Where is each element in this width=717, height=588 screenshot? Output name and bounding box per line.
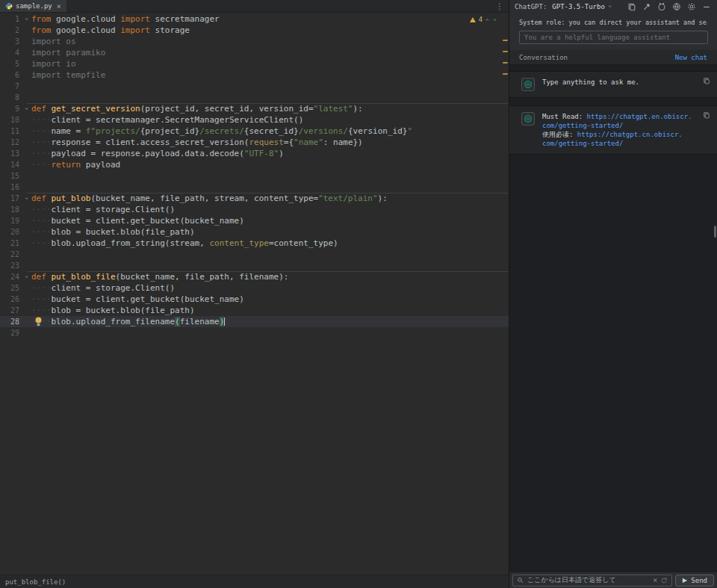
- code-line[interactable]: 27····blob = bucket.blob(file_path): [0, 305, 509, 316]
- code-text[interactable]: ····blob.upload_from_string(stream, cont…: [31, 238, 509, 249]
- editor-options-kebab-icon[interactable]: ⋮: [496, 2, 509, 10]
- code-text[interactable]: ····blob.upload_from_filename(filename): [31, 316, 509, 327]
- line-number[interactable]: 21: [0, 238, 22, 249]
- line-number[interactable]: 23: [0, 260, 22, 271]
- code-line[interactable]: 9›def get_secret_version(project_id, sec…: [0, 103, 509, 114]
- line-number[interactable]: 27: [0, 305, 22, 316]
- line-number[interactable]: 25: [0, 282, 22, 294]
- code-text[interactable]: def put_blob_file(bucket_name, file_path…: [31, 271, 509, 282]
- code-text[interactable]: from google.cloud import storage: [31, 25, 509, 36]
- panel-scrollbar-thumb[interactable]: [714, 226, 716, 238]
- code-text[interactable]: ····blob = bucket.blob(file_path): [31, 305, 509, 316]
- github-icon[interactable]: [657, 1, 667, 12]
- next-warning-icon[interactable]: ›: [491, 17, 498, 21]
- line-number[interactable]: 4: [0, 47, 22, 58]
- code-line[interactable]: 5import io: [0, 58, 509, 69]
- line-number[interactable]: 11: [0, 126, 22, 137]
- code-text[interactable]: ····bucket = client.get_bucket(bucket_na…: [31, 294, 509, 305]
- line-number[interactable]: 13: [0, 148, 22, 159]
- code-line[interactable]: 21····blob.upload_from_string(stream, co…: [0, 238, 509, 249]
- line-number[interactable]: 18: [0, 204, 22, 215]
- code-line[interactable]: 16: [0, 182, 509, 193]
- inspection-widget[interactable]: 4 › ›: [470, 16, 497, 23]
- code-line[interactable]: 28····blob.upload_from_filename(filename…: [0, 316, 509, 327]
- code-line[interactable]: 18····client = storage.Client(): [0, 204, 509, 215]
- link[interactable]: com/getting-started/: [542, 140, 623, 147]
- code-text[interactable]: [31, 92, 509, 103]
- code-text[interactable]: def get_secret_version(project_id, secre…: [31, 103, 509, 114]
- line-number[interactable]: 20: [0, 226, 22, 238]
- code-text[interactable]: def put_blob(bucket_name, file_path, str…: [31, 193, 509, 204]
- copy-icon[interactable]: [627, 1, 637, 12]
- code-line[interactable]: 29: [0, 327, 509, 338]
- tab-close-icon[interactable]: ×: [57, 2, 61, 10]
- code-text[interactable]: [31, 182, 509, 193]
- code-line[interactable]: 22: [0, 249, 509, 260]
- code-line[interactable]: 3import os: [0, 36, 509, 47]
- line-number[interactable]: 28: [0, 316, 22, 327]
- code-line[interactable]: 23: [0, 260, 509, 271]
- system-role-input[interactable]: You are a helpful language assistant: [519, 31, 708, 44]
- fold-toggle-icon[interactable]: ›: [23, 107, 30, 111]
- code-text[interactable]: [31, 81, 509, 92]
- minimize-icon[interactable]: [701, 1, 712, 12]
- code-line[interactable]: 19····bucket = client.get_bucket(bucket_…: [0, 215, 509, 226]
- fold-toggle-icon[interactable]: ›: [23, 275, 30, 279]
- code-line[interactable]: 7: [0, 81, 509, 92]
- line-number[interactable]: 16: [0, 182, 22, 193]
- line-number[interactable]: 15: [0, 170, 22, 182]
- line-number[interactable]: 12: [0, 137, 22, 148]
- line-number[interactable]: 2: [0, 25, 22, 36]
- line-number[interactable]: 9: [0, 103, 22, 114]
- browser-icon[interactable]: [671, 1, 682, 12]
- line-number[interactable]: 1: [0, 13, 22, 25]
- code-text[interactable]: import io: [31, 58, 509, 69]
- code-text[interactable]: import paramiko: [31, 47, 509, 58]
- line-number[interactable]: 29: [0, 327, 22, 338]
- code-text[interactable]: ····client = storage.Client(): [31, 282, 509, 294]
- line-number[interactable]: 7: [0, 81, 22, 92]
- code-text[interactable]: ····client = secretmanager.SecretManager…: [31, 114, 509, 126]
- code-text[interactable]: ····payload = response.payload.data.deco…: [31, 148, 509, 159]
- link[interactable]: https://chatgpt.en.obiscr.: [587, 113, 692, 120]
- fold-toggle-icon[interactable]: ›: [23, 196, 30, 200]
- code-line[interactable]: 11····name = f"projects/{project_id}/sec…: [0, 126, 509, 137]
- code-line[interactable]: 13····payload = response.payload.data.de…: [0, 148, 509, 159]
- line-number[interactable]: 14: [0, 159, 22, 170]
- line-number[interactable]: 8: [0, 92, 22, 103]
- error-stripe-mark[interactable]: [503, 51, 508, 52]
- code-text[interactable]: ····return payload: [31, 159, 509, 170]
- code-text[interactable]: ····name = f"projects/{project_id}/secre…: [31, 126, 509, 137]
- code-text[interactable]: [31, 260, 509, 271]
- new-chat-link[interactable]: New chat: [675, 54, 707, 61]
- code-line[interactable]: 1›from google.cloud import secretmanager: [0, 13, 509, 25]
- code-editor[interactable]: 1›from google.cloud import secretmanager…: [0, 13, 509, 575]
- fold-toggle-icon[interactable]: ›: [23, 17, 30, 21]
- tab-sample-py[interactable]: sample.py ×: [0, 0, 66, 12]
- code-line[interactable]: 10····client = secretmanager.SecretManag…: [0, 114, 509, 126]
- link[interactable]: com/getting-started/: [542, 122, 623, 129]
- code-line[interactable]: 15: [0, 170, 509, 182]
- code-line[interactable]: 20····blob = bucket.blob(file_path): [0, 226, 509, 238]
- copy-icon[interactable]: [703, 77, 710, 84]
- code-line[interactable]: 4import paramiko: [0, 47, 509, 58]
- code-text[interactable]: ····client = storage.Client(): [31, 204, 509, 215]
- clear-icon[interactable]: ×: [653, 576, 657, 584]
- code-line[interactable]: 14····return payload: [0, 159, 509, 170]
- code-line[interactable]: 26····bucket = client.get_bucket(bucket_…: [0, 294, 509, 305]
- line-number[interactable]: 6: [0, 69, 22, 81]
- regenerate-icon[interactable]: [660, 577, 668, 584]
- line-number[interactable]: 19: [0, 215, 22, 226]
- code-text[interactable]: ····blob = bucket.blob(file_path): [31, 226, 509, 238]
- line-number[interactable]: 5: [0, 58, 22, 69]
- line-number[interactable]: 3: [0, 36, 22, 47]
- line-number[interactable]: 26: [0, 294, 22, 305]
- code-text[interactable]: from google.cloud import secretmanager: [31, 13, 509, 25]
- code-line[interactable]: 2from google.cloud import storage: [0, 25, 509, 36]
- link[interactable]: https://chatgpt.cn.obiscr.: [577, 131, 683, 138]
- code-line[interactable]: 24›def put_blob_file(bucket_name, file_p…: [0, 271, 509, 282]
- copy-icon[interactable]: [703, 111, 710, 119]
- send-button[interactable]: Send: [675, 575, 714, 587]
- code-text[interactable]: [31, 249, 509, 260]
- line-number[interactable]: 17: [0, 193, 22, 204]
